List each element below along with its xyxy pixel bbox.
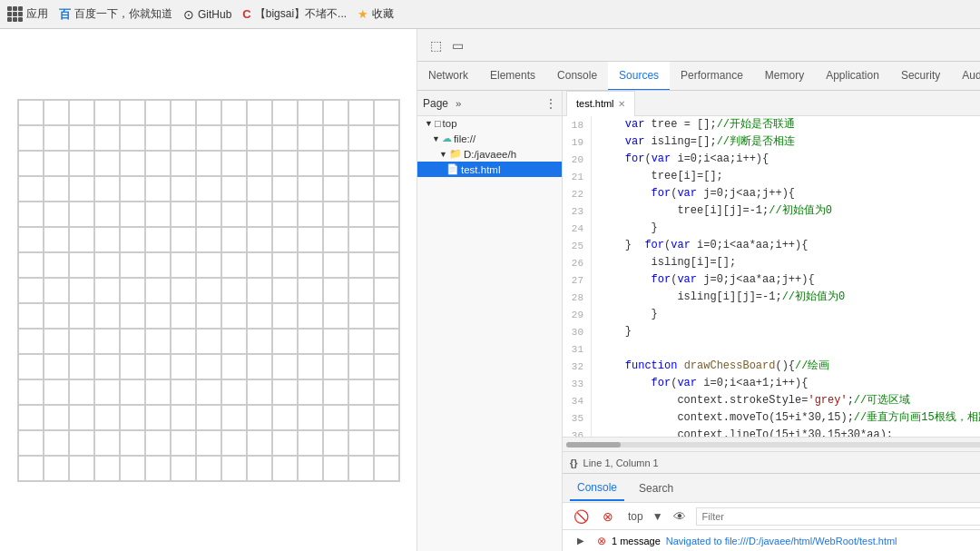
chess-cell [298,125,323,151]
scrollbar-thumb[interactable] [566,442,621,448]
code-scrollbar[interactable] [563,437,980,451]
eye-icon[interactable]: 👁 [669,506,691,527]
console-error-icon[interactable]: ⊗ [597,506,619,527]
chess-cell [272,354,298,379]
tab-sources[interactable]: Sources [608,62,670,91]
chess-cell [323,227,348,252]
code-tab-file[interactable]: test.html ✕ [566,91,635,116]
chess-cell [348,100,374,125]
apps-button[interactable]: 应用 [7,6,48,22]
chess-cell [298,405,323,430]
chess-cell [374,303,399,329]
expand-icon[interactable]: ▶ [570,530,592,552]
chess-cell [221,329,247,354]
chess-cell [145,176,171,202]
chess-cell [196,227,221,252]
chess-cell [18,125,44,151]
chess-cell [69,151,94,176]
chess-cell [196,176,221,202]
chess-cell [120,278,145,303]
console-tab-console[interactable]: Console [570,476,624,501]
chess-cell [348,252,374,278]
chess-cell [145,252,171,278]
tab-memory[interactable]: Memory [754,62,815,91]
chess-cell [323,125,348,151]
file-tree-item-dir[interactable]: ▼ 📁 D:/javaee/h [417,146,562,162]
chess-cell [374,278,399,303]
browser-topbar: 应用 百 百度一下，你就知道 ⊙ GitHub C 【bigsai】不堵不...… [0,0,980,29]
chess-cell [247,278,272,303]
chess-cell [171,227,196,252]
inspect-icon[interactable]: ⬚ [425,34,446,56]
bottom-message-bar: ▶ ⊗ 1 message Navigated to file:///D:/ja… [563,529,980,551]
context-arrow-icon[interactable]: ▼ [652,510,663,523]
chess-cell [374,252,399,278]
code-content[interactable]: 18 var tree = [];//开始是否联通 19 var isling=… [563,116,980,437]
devtools-status-bar: {} Line 1, Column 1 [563,451,980,473]
chess-cell [94,430,120,456]
chess-cell [272,329,298,354]
tab-application[interactable]: Application [815,62,890,91]
chess-cell [221,100,247,125]
chess-cell [298,303,323,329]
tab-console[interactable]: Console [546,62,608,91]
tab-network[interactable]: Network [417,62,479,91]
code-line-20: 20 for(var i=0;i<aa;i++){ [563,151,980,168]
file-tree-menu-icon[interactable]: ⋮ [545,97,556,110]
chess-cell [18,151,44,176]
tab-security[interactable]: Security [890,62,951,91]
chess-cell [221,379,247,405]
folder-icon: □ [435,118,441,129]
file-tree-item-html[interactable]: 📄 test.html [417,162,562,177]
code-tab-close-icon[interactable]: ✕ [618,99,625,109]
chess-cell [221,227,247,252]
chess-cell [18,202,44,227]
chess-cell [94,303,120,329]
github-button[interactable]: ⊙ GitHub [183,7,231,22]
chess-cell [69,176,94,202]
chess-cell [323,405,348,430]
chess-cell [272,405,298,430]
device-icon[interactable]: ▭ [446,34,468,56]
baidu-icon: 百 [59,6,71,23]
chess-cell [44,354,69,379]
chess-cell [18,278,44,303]
chess-cell [221,278,247,303]
file-tree-item-top[interactable]: ▼ □ top [417,116,562,131]
chess-cell [69,100,94,125]
file-tree-item-file[interactable]: ▼ ☁ file:// [417,131,562,146]
chess-cell [171,379,196,405]
filter-input[interactable] [696,507,980,526]
scrollbar-track[interactable] [566,442,980,448]
chess-cell [94,252,120,278]
devtools-tabs: Network Elements Console Sources Perform… [417,62,980,91]
chess-cell [145,125,171,151]
file-tree-more-icon[interactable]: » [456,98,461,109]
chess-cell [247,125,272,151]
chess-cell [120,151,145,176]
message-count: 1 message [612,536,661,546]
nav-link[interactable]: Navigated to file:///D:/javaee/html/WebR… [666,536,897,546]
chess-cell [196,100,221,125]
error-icon: ⊗ [597,535,606,547]
triangle-icon: ▼ [425,119,433,128]
baidu-button[interactable]: 百 百度一下，你就知道 [59,6,172,23]
console-tab-search[interactable]: Search [632,476,681,501]
tab-elements[interactable]: Elements [479,62,546,91]
chess-cell [120,329,145,354]
bigsai-button[interactable]: C 【bigsai】不堵不... [242,6,347,22]
chess-cell [348,125,374,151]
chess-cell [94,227,120,252]
tab-performance[interactable]: Performance [670,62,754,91]
tab-aud[interactable]: Aud [951,62,980,91]
chess-cell [120,379,145,405]
code-line-36: 36 context.lineTo(15+i*30,15+30*aa); [563,427,980,437]
chess-cell [69,227,94,252]
bookmark-button[interactable]: ★ 收藏 [358,6,394,22]
chess-cell [69,252,94,278]
console-clear-icon[interactable]: 🚫 [570,506,592,527]
code-line-21: 21 tree[i]=[]; [563,168,980,185]
chess-cell [44,405,69,430]
chess-cell [298,430,323,456]
chess-cell [171,151,196,176]
